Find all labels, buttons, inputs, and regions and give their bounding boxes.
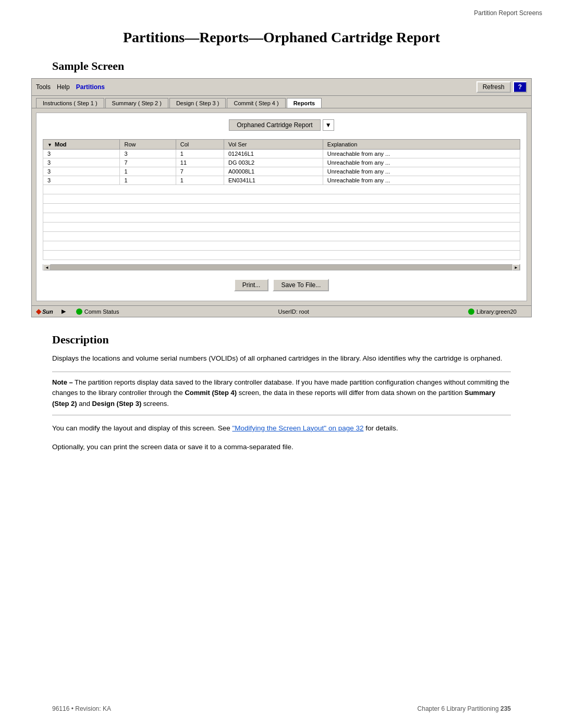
horizontal-scrollbar[interactable]: ◄ ► — [43, 264, 520, 270]
menu-tools[interactable]: Tools — [36, 83, 51, 91]
note-text-3: and — [77, 400, 92, 408]
report-label: Orphaned Cartridge Report — [229, 119, 320, 131]
table-row: 3 1 1 EN0341L1 Unreachable from any ... — [43, 176, 520, 185]
tab-instructions[interactable]: Instructions ( Step 1 ) — [36, 98, 104, 108]
scroll-track[interactable] — [51, 265, 512, 270]
app-toolbar: Tools Help Partitions Refresh ? — [32, 79, 531, 96]
breadcrumb-text: Partition Report Screens — [474, 9, 542, 17]
page-title: Partitions—Reports—Orphaned Cartridge Re… — [21, 29, 542, 46]
table-row: 3 3 1 012416L1 Unreachable from any ... — [43, 150, 520, 158]
footer-left: 96116 • Revision: KA — [52, 705, 111, 712]
tab-summary[interactable]: Summary ( Step 2 ) — [105, 98, 168, 108]
description-paragraph2: You can modify the layout and display of… — [52, 423, 511, 434]
comm-status: Comm Status — [76, 309, 119, 315]
help-button[interactable]: ? — [513, 81, 527, 93]
bottom-buttons: Print... Save To File... — [43, 276, 520, 294]
comm-status-dot — [76, 309, 82, 315]
note-text-2: screen, the data in these reports will d… — [237, 389, 464, 397]
table-row-empty — [43, 185, 520, 194]
table-row-empty — [43, 251, 520, 260]
scroll-right-button[interactable]: ► — [512, 264, 520, 270]
status-bar: ◆ Sun ▶ Comm Status UserID: root Library… — [32, 305, 531, 317]
breadcrumb: Partition Report Screens — [0, 0, 563, 19]
library-status: Library:green20 — [468, 309, 517, 315]
scroll-left-button[interactable]: ◄ — [43, 264, 51, 270]
report-dropdown[interactable]: ▼ — [323, 119, 334, 131]
report-table: ▼ Mod Row Col Vol Ser Explanation — [43, 139, 520, 260]
table-row-empty — [43, 213, 520, 223]
col-header-row: Row — [120, 140, 176, 150]
page-title-area: Partitions—Reports—Orphaned Cartridge Re… — [0, 19, 563, 51]
tab-design[interactable]: Design ( Step 3 ) — [169, 98, 226, 108]
note-box: Note – The partition reports display dat… — [52, 372, 511, 415]
library-status-dot — [468, 309, 474, 315]
cursor-indicator: ▶ — [62, 308, 66, 315]
col-header-col: Col — [176, 140, 224, 150]
menu-help[interactable]: Help — [57, 83, 70, 91]
menu-partitions[interactable]: Partitions — [76, 83, 105, 91]
table-row-empty — [43, 223, 520, 232]
tab-commit[interactable]: Commit ( Step 4 ) — [227, 98, 285, 108]
footer-right: Chapter 6 Library Partitioning 235 — [418, 705, 511, 712]
note-label: Note – — [52, 378, 73, 386]
description-paragraph3: Optionally, you can print the screen dat… — [52, 441, 511, 453]
table-row-empty — [43, 241, 520, 251]
description-paragraph1: Displays the locations and volume serial… — [52, 353, 511, 364]
user-id: UserID: root — [278, 309, 309, 315]
page-footer: 96116 • Revision: KA Chapter 6 Library P… — [52, 705, 511, 712]
table-row-empty — [43, 194, 520, 204]
col-header-volser: Vol Ser — [224, 140, 323, 150]
table-row: 3 7 11 DG 003L2 Unreachable from any ... — [43, 158, 520, 167]
description-heading: Description — [52, 333, 511, 347]
description-section: Description Displays the locations and v… — [0, 328, 563, 470]
sample-screen-heading: Sample Screen — [0, 51, 563, 78]
table-row: 3 1 7 A00008L1 Unreachable from any ... — [43, 167, 520, 176]
sun-logo: ◆ Sun — [36, 307, 53, 315]
note-bold1: Commit (Step 4) — [185, 389, 237, 397]
col-header-explanation: Explanation — [323, 140, 520, 150]
toolbar-actions: Refresh ? — [476, 81, 527, 93]
layout-link[interactable]: "Modifying the Screen Layout" on page 32 — [232, 424, 363, 432]
table-row-empty — [43, 232, 520, 241]
main-content: Orphaned Cartridge Report ▼ ▼ Mod Row Co… — [36, 113, 527, 301]
print-button[interactable]: Print... — [234, 279, 269, 291]
note-text-4: screens. — [141, 400, 169, 408]
tab-bar: Instructions ( Step 1 ) Summary ( Step 2… — [32, 96, 531, 108]
tab-reports[interactable]: Reports — [287, 98, 322, 108]
save-to-file-button[interactable]: Save To File... — [273, 279, 329, 291]
col-header-mod: ▼ Mod — [43, 140, 120, 150]
sample-screen: Tools Help Partitions Refresh ? Instruct… — [31, 78, 532, 317]
refresh-button[interactable]: Refresh — [476, 81, 511, 93]
table-row-empty — [43, 204, 520, 213]
toolbar-menu: Tools Help Partitions — [36, 83, 476, 91]
report-selector-row: Orphaned Cartridge Report ▼ — [43, 119, 520, 131]
note-bold3: Design (Step 3) — [92, 400, 142, 408]
